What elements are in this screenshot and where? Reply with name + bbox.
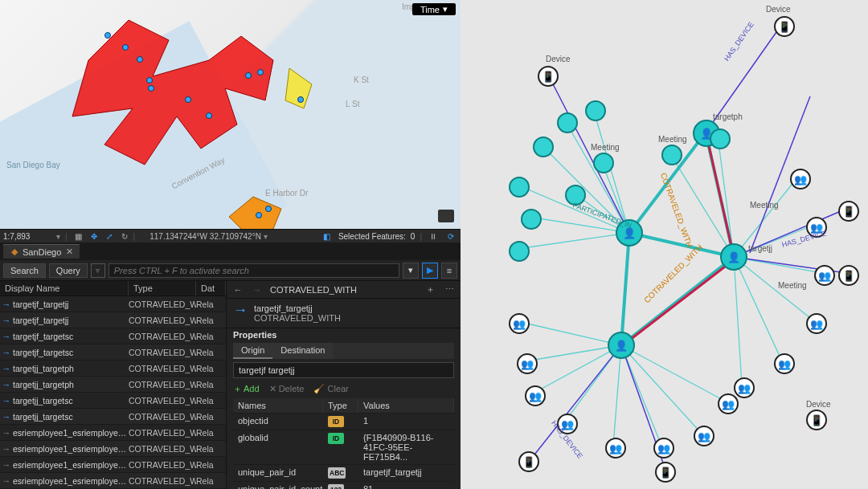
col-dat[interactable]: Dat: [196, 281, 226, 295]
origin-value[interactable]: targetjf targetjj: [233, 362, 454, 378]
basemap-icon[interactable]: [438, 210, 454, 222]
graph-node-meeting[interactable]: 👥: [790, 169, 811, 189]
col-display-name[interactable]: Display Name: [0, 281, 129, 295]
row-type: COTRAVELED_WITH: [129, 476, 196, 486]
graph-node-meeting[interactable]: [509, 241, 530, 262]
graph-node-device[interactable]: 📱: [838, 265, 859, 286]
table-row[interactable]: → targetjj_targetph COTRAVELED_WITH Rela: [0, 361, 226, 377]
propcol-type[interactable]: Type: [323, 398, 358, 413]
query-tab[interactable]: Query: [49, 263, 88, 278]
filter-icon[interactable]: ▿: [91, 263, 105, 278]
graph-node-meeting[interactable]: [509, 177, 530, 198]
graph-node-meeting[interactable]: 👥: [774, 353, 795, 374]
run-search-button[interactable]: ▶: [422, 263, 438, 279]
property-row[interactable]: objectid ID 1: [233, 413, 454, 430]
graph-node-meeting[interactable]: 👥: [718, 393, 739, 414]
table-row[interactable]: → targetjf_targetjj COTRAVELED_WITH Rela: [0, 312, 226, 328]
time-slider-toggle[interactable]: Time ▾: [412, 3, 456, 15]
chevron-down-icon[interactable]: ▾: [264, 232, 268, 241]
menu-icon[interactable]: ⋯: [443, 283, 456, 296]
scale-readout[interactable]: 1:7,893: [3, 232, 51, 241]
detail-sub-type: COTRAVELED_WITH: [254, 313, 341, 323]
property-row[interactable]: globalid ID {F1B40909-B116-41FC-95EE-FE7…: [233, 430, 454, 464]
table-row[interactable]: → targetjf_targetsc COTRAVELED_WITH Rela: [0, 344, 226, 361]
graph-node-device[interactable]: 📱: [774, 16, 795, 37]
graph-node-meeting[interactable]: 👥: [694, 426, 714, 446]
search-tab[interactable]: Search: [3, 263, 46, 278]
table-row[interactable]: → esriemployee1_esriemployee34 COTRAVELE…: [0, 457, 226, 473]
graph-node-target[interactable]: 👤: [720, 243, 747, 271]
origin-tab[interactable]: Origin: [233, 343, 272, 359]
add-button[interactable]: ＋Add: [233, 383, 260, 395]
tab-close-icon[interactable]: ✕: [66, 247, 73, 257]
graph-node-meeting[interactable]: [710, 128, 731, 149]
propcol-values[interactable]: Values: [358, 398, 454, 413]
table-row[interactable]: → esriemployee1_esriemployee21 COTRAVELE…: [0, 425, 226, 441]
graph-node-device[interactable]: 📱: [806, 410, 827, 430]
selection-icon[interactable]: ◧: [321, 230, 334, 242]
graph-node-meeting[interactable]: 👥: [653, 438, 674, 458]
relationship-arrow-icon: →: [0, 428, 13, 438]
pause-icon[interactable]: ⏸: [427, 230, 440, 242]
rotate-icon[interactable]: ↻: [118, 230, 131, 242]
graph-node-device[interactable]: 📱: [538, 66, 559, 87]
table-row[interactable]: → targetjj_targetsc COTRAVELED_WITH Rela: [0, 393, 226, 409]
clear-button[interactable]: 🧹 Clear: [313, 384, 348, 394]
chevron-down-icon[interactable]: ▾: [56, 232, 60, 241]
refresh-icon[interactable]: ⟳: [444, 230, 457, 242]
grid-icon[interactable]: ▦: [72, 230, 85, 242]
table-row[interactable]: → targetjj_targetsc COTRAVELED_WITH Rela: [0, 409, 226, 425]
detail-title: COTRAVELED_WITH: [270, 285, 417, 295]
row-name: targetjj_targetsc: [13, 396, 129, 405]
graph-node-device[interactable]: 📱: [518, 451, 539, 472]
propcol-name[interactable]: Names: [233, 398, 323, 413]
node-label: Device: [766, 5, 791, 14]
graph-node-meeting[interactable]: 👥: [806, 313, 827, 334]
row-name: targetjj_targetph: [13, 364, 129, 373]
graph-node-device[interactable]: 📱: [655, 462, 676, 483]
graph-node-meeting[interactable]: 👥: [605, 438, 626, 458]
prop-name: unique_pair_id: [233, 465, 323, 481]
col-type[interactable]: Type: [129, 281, 196, 295]
row-dat: Rela: [196, 396, 226, 405]
graph-node-meeting[interactable]: 👥: [734, 377, 755, 398]
graph-node-meeting[interactable]: [557, 112, 578, 133]
graph-node-device[interactable]: 📱: [838, 201, 859, 222]
forward-icon[interactable]: →: [251, 283, 264, 296]
destination-tab[interactable]: Destination: [272, 343, 333, 359]
table-row[interactable]: → targetjf_targetsc COTRAVELED_WITH Rela: [0, 328, 226, 344]
property-row[interactable]: unique_pair_id_count 123 81: [233, 481, 454, 489]
graph-node-meeting[interactable]: [593, 153, 614, 173]
graph-node-meeting[interactable]: 👥: [525, 385, 546, 406]
graph-node-meeting[interactable]: 👥: [509, 313, 530, 334]
row-dat: Rela: [196, 412, 226, 422]
property-row[interactable]: unique_pair_id ABC targetjf_targetjj: [233, 464, 454, 481]
table-row[interactable]: → targetjf_targetjj COTRAVELED_WITH Rela: [0, 296, 226, 312]
graph-node-meeting[interactable]: 👥: [517, 353, 538, 374]
add-icon[interactable]: ＋: [424, 283, 436, 296]
graph-node-target[interactable]: 👤: [608, 332, 635, 359]
graph-node-meeting[interactable]: [585, 100, 606, 121]
table-row[interactable]: → targetjj_targetph COTRAVELED_WITH Rela: [0, 377, 226, 393]
table-row[interactable]: → esriemployee1_esriemployee34 COTRAVELE…: [0, 473, 226, 489]
list-view-icon[interactable]: ≡: [441, 263, 457, 279]
link-chart-view[interactable]: 👤 👤 👤 👤 👥 👥 👥 👥 👥 👥 👥 👥 👥 👥 👥 👥 👥 👥 📱 📱 …: [461, 0, 868, 489]
extent-icon[interactable]: ⤢: [103, 230, 116, 242]
map-view[interactable]: Imperial Ave K St L St E Harbor Dr Conve…: [0, 0, 461, 229]
row-type: COTRAVELED_WITH: [129, 412, 196, 422]
graph-node-meeting[interactable]: [661, 145, 682, 165]
table-row[interactable]: → esriemployee1_esriemployee21 COTRAVELE…: [0, 441, 226, 457]
back-icon[interactable]: ←: [231, 283, 244, 296]
coords-readout[interactable]: 117.1347244°W 32.7109742°N: [149, 232, 261, 241]
recent-icon[interactable]: ▾: [403, 263, 419, 279]
graph-node-meeting[interactable]: 👥: [814, 265, 835, 286]
row-type: COTRAVELED_WITH: [129, 364, 196, 373]
graph-node-meeting[interactable]: [533, 137, 554, 157]
graph-node-meeting[interactable]: [521, 209, 542, 230]
tab-sandiego[interactable]: ◆ SanDiego ✕: [3, 244, 80, 259]
crosshair-icon[interactable]: ✥: [88, 230, 100, 242]
search-input[interactable]: [108, 263, 399, 278]
row-dat: Rela: [196, 316, 226, 325]
delete-button[interactable]: ✕ Delete: [269, 384, 305, 394]
prop-name: objectid: [233, 414, 323, 430]
